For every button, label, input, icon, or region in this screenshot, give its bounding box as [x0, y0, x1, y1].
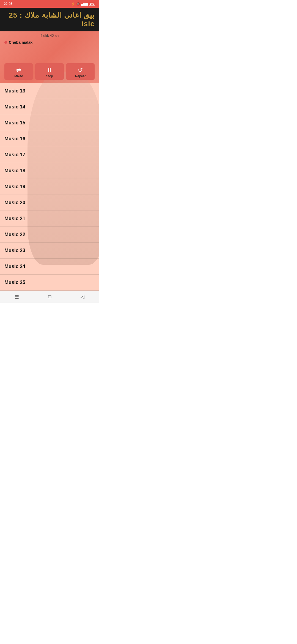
list-item[interactable]: Music 17	[0, 147, 99, 163]
music-item-name: Music 13	[4, 88, 25, 94]
back-button[interactable]: ◁	[81, 294, 84, 300]
music-item-name: Music 15	[4, 120, 25, 126]
artist-badge: Cheba malak	[4, 40, 32, 45]
music-item-name: Music 17	[4, 152, 25, 158]
controls-row: ⇌ Mixed ⏸ Stop ↺ Repeat	[4, 63, 95, 80]
artist-dot	[4, 41, 7, 44]
page-title: بيق اغاني الشابة ملاك : 25 isic	[4, 11, 95, 28]
battery-icon: 100	[89, 2, 95, 6]
music-item-name: Music 18	[4, 168, 25, 174]
artist-name: Cheba malak	[9, 40, 32, 45]
list-item[interactable]: Music 20	[0, 195, 99, 211]
music-item-name: Music 22	[4, 232, 25, 238]
music-list: Music 13Music 14Music 15Music 16Music 17…	[0, 83, 99, 291]
music-item-name: Music 21	[4, 216, 25, 222]
music-item-name: Music 16	[4, 136, 25, 142]
list-item[interactable]: Music 25	[0, 275, 99, 291]
music-items-container: Music 13Music 14Music 15Music 16Music 17…	[0, 83, 99, 291]
home-button[interactable]: □	[48, 294, 51, 300]
duration-display: 4 dkk 42 sn	[4, 34, 95, 38]
music-item-name: Music 14	[4, 104, 25, 110]
list-item[interactable]: Music 21	[0, 211, 99, 227]
player-section: 4 dkk 42 sn Cheba malak ⇌ Mixed ⏸ Stop ↺…	[0, 31, 99, 83]
music-item-name: Music 20	[4, 200, 25, 206]
bottom-nav: ☰ □ ◁	[0, 291, 99, 303]
list-item[interactable]: Music 23	[0, 243, 99, 259]
music-item-name: Music 25	[4, 280, 25, 285]
pause-icon: ⏸	[46, 67, 53, 73]
list-item[interactable]: Music 18	[0, 163, 99, 179]
list-item[interactable]: Music 13	[0, 83, 99, 99]
repeat-button[interactable]: ↺ Repeat	[66, 63, 95, 80]
list-item[interactable]: Music 14	[0, 99, 99, 115]
list-item[interactable]: Music 22	[0, 227, 99, 243]
shuffle-label: Mixed	[14, 74, 23, 78]
shuffle-icon: ⇌	[16, 67, 21, 73]
signal-icon: ▄▅▆	[81, 2, 88, 6]
music-item-name: Music 23	[4, 248, 25, 253]
list-item[interactable]: Music 24	[0, 259, 99, 275]
mute-icon: 🔇	[76, 2, 80, 6]
stop-button[interactable]: ⏸ Stop	[35, 63, 64, 80]
menu-button[interactable]: ☰	[15, 294, 19, 300]
music-item-name: Music 24	[4, 264, 25, 269]
player-content: 4 dkk 42 sn Cheba malak ⇌ Mixed ⏸ Stop ↺…	[0, 31, 99, 83]
repeat-icon: ↺	[78, 67, 83, 73]
repeat-label: Repeat	[75, 74, 86, 78]
status-bar: 22:05 ⚡ 🔇 ▄▅▆ 100	[0, 0, 99, 8]
music-item-name: Music 19	[4, 184, 25, 190]
status-time: 22:05	[4, 2, 12, 6]
header-banner: بيق اغاني الشابة ملاك : 25 isic	[0, 8, 99, 31]
bluetooth-icon: ⚡	[71, 2, 75, 6]
shuffle-button[interactable]: ⇌ Mixed	[4, 63, 33, 80]
list-item[interactable]: Music 15	[0, 115, 99, 131]
stop-label: Stop	[46, 74, 53, 78]
list-item[interactable]: Music 19	[0, 179, 99, 195]
list-item[interactable]: Music 16	[0, 131, 99, 147]
status-icons: ⚡ 🔇 ▄▅▆ 100	[71, 2, 95, 6]
